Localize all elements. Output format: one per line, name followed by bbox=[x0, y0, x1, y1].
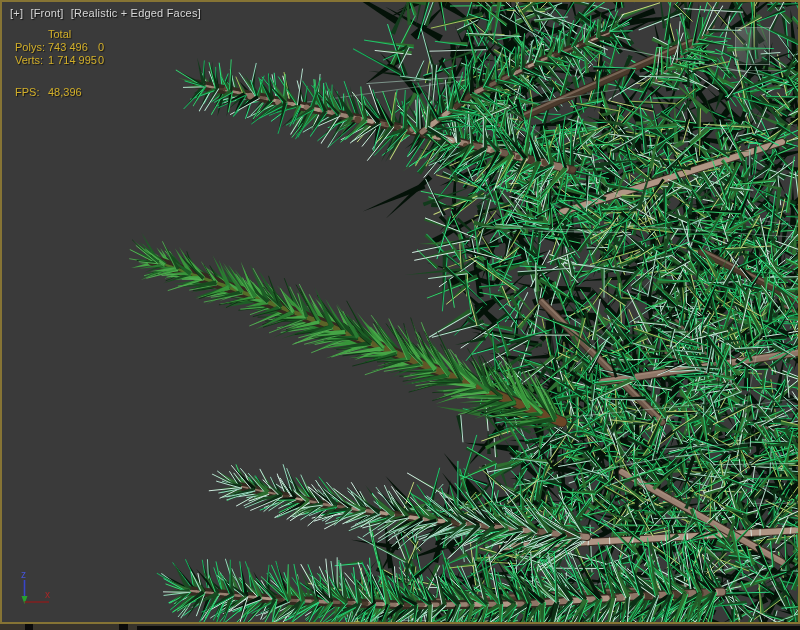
stats-header-row: Total bbox=[15, 28, 118, 41]
3d-viewport[interactable]: [+] [Front] [Realistic + Edged Faces] To… bbox=[2, 2, 798, 622]
track-bar-tick bbox=[119, 624, 128, 630]
z-axis-label: z bbox=[21, 569, 26, 580]
polys-value: 743 496 bbox=[48, 41, 98, 54]
stats-fps-row: FPS: 48,396 bbox=[15, 86, 118, 99]
polys-extra: 0 bbox=[98, 41, 118, 54]
verts-label: Verts: bbox=[15, 54, 48, 67]
statistics-overlay: Total Polys: 743 496 0 Verts: 1 714 995 … bbox=[15, 28, 118, 99]
stats-total-header: Total bbox=[48, 28, 98, 41]
viewport-frame: [+] [Front] [Realistic + Edged Faces] To… bbox=[0, 0, 800, 630]
track-bar-line bbox=[137, 626, 800, 630]
verts-extra: 0 bbox=[98, 54, 118, 67]
verts-value: 1 714 995 bbox=[48, 54, 98, 67]
viewport-shading-menu[interactable]: [Realistic + Edged Faces] bbox=[71, 7, 201, 19]
track-bar-tick bbox=[25, 624, 33, 630]
polys-label: Polys: bbox=[15, 41, 48, 54]
viewport-pov-menu[interactable]: [Front] bbox=[30, 7, 63, 19]
world-axis-gizmo: z x bbox=[14, 564, 60, 612]
x-axis-label: x bbox=[45, 589, 50, 600]
viewcube-icon[interactable] bbox=[735, 27, 770, 65]
viewport-render-canvas[interactable] bbox=[2, 2, 798, 622]
track-bar-edge bbox=[0, 624, 800, 630]
stats-polys-row: Polys: 743 496 0 bbox=[15, 41, 118, 54]
viewport-label: [+] [Front] [Realistic + Edged Faces] bbox=[10, 7, 205, 19]
fps-label: FPS: bbox=[15, 86, 48, 99]
stats-verts-row: Verts: 1 714 995 0 bbox=[15, 54, 118, 67]
viewport-general-menu[interactable]: [+] bbox=[10, 7, 23, 19]
fps-value: 48,396 bbox=[48, 86, 98, 99]
